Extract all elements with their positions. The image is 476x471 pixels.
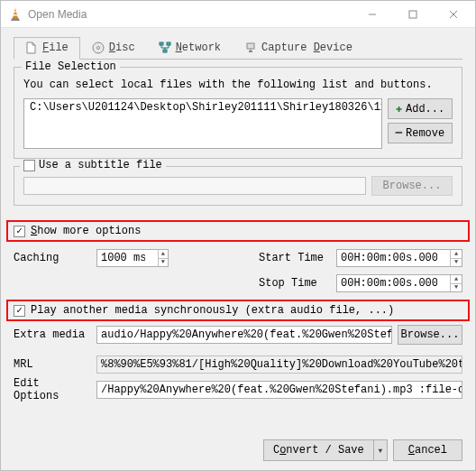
caching-label: Caching <box>14 252 91 264</box>
tab-file[interactable]: File <box>14 37 80 60</box>
tab-file-label: ile <box>49 42 69 54</box>
extra-media-input[interactable]: audio/Happy%20Anywhere%20(feat.%20Gwen%2… <box>96 326 392 344</box>
edit-options-label: Edit Options <box>14 377 91 402</box>
caching-input[interactable] <box>97 252 158 264</box>
svg-rect-13 <box>247 43 254 49</box>
file-list[interactable]: C:\Users\U201124\Desktop\Shirley201111\S… <box>23 98 382 149</box>
caching-up[interactable]: ▲ <box>159 250 169 258</box>
subtitle-checkbox[interactable] <box>23 160 35 171</box>
close-button[interactable] <box>433 2 473 27</box>
play-another-checkbox[interactable] <box>14 305 25 317</box>
mrl-label: MRL <box>14 358 91 371</box>
subtitle-group: Use a subtitle file Browse... <box>14 166 462 206</box>
add-button[interactable]: ✚ Add... <box>388 98 453 119</box>
plus-icon: ✚ <box>396 102 402 115</box>
svg-point-9 <box>96 47 99 50</box>
vlc-icon <box>8 7 23 22</box>
extra-media-browse-button[interactable]: Browse... <box>398 325 462 345</box>
remove-button-label: Remove <box>406 127 444 140</box>
start-time-label: Start Time <box>259 252 331 264</box>
file-selection-group: File Selection You can select local file… <box>14 67 462 159</box>
disc-icon <box>92 42 105 54</box>
svg-rect-14 <box>249 51 252 52</box>
show-more-options-row: Show more options <box>6 220 470 242</box>
mrl-input: %8%90%E5%93%81/[High%20Quality]%20Downlo… <box>96 356 462 374</box>
show-more-options-checkbox[interactable] <box>14 226 25 237</box>
caching-spin[interactable]: ▲▼ <box>96 249 169 267</box>
network-icon <box>159 42 171 54</box>
cancel-button[interactable]: Cancel <box>393 439 462 461</box>
stop-time-spin[interactable]: ▲▼ <box>336 274 462 292</box>
file-selection-hint: You can select local files with the foll… <box>23 78 453 91</box>
svg-rect-11 <box>167 42 170 45</box>
remove-button[interactable]: ━ Remove <box>388 123 453 143</box>
start-time-spin[interactable]: ▲▼ <box>336 249 462 267</box>
subtitle-browse-button: Browse... <box>371 176 453 196</box>
capture-icon <box>244 42 257 54</box>
svg-marker-0 <box>13 8 18 18</box>
tab-network-label: etwork <box>182 42 221 54</box>
stop-time-up[interactable]: ▲ <box>451 275 462 283</box>
play-another-row: Play another media synchronously (extra … <box>6 300 470 321</box>
show-more-options-label: how more options <box>37 225 141 237</box>
edit-options-input[interactable]: /Happy%20Anywhere%20(feat.%20Gwen%20Stef… <box>96 381 462 399</box>
stop-time-input[interactable] <box>337 277 450 290</box>
window-title: Open Media <box>28 8 352 21</box>
tab-disc-label: isc <box>115 42 135 54</box>
start-time-input[interactable] <box>337 252 450 264</box>
start-time-up[interactable]: ▲ <box>451 250 462 258</box>
stop-time-label: Stop Time <box>259 277 331 290</box>
tabs: File Disc Network Capture Device <box>14 37 462 60</box>
convert-save-dropdown[interactable]: ▼ <box>373 439 388 461</box>
minimize-button[interactable] <box>352 2 392 27</box>
file-selection-legend: File Selection <box>22 60 120 73</box>
tab-disc[interactable]: Disc <box>80 37 147 60</box>
extra-media-label: Extra media <box>14 328 91 341</box>
svg-rect-10 <box>160 42 163 45</box>
titlebar: Open Media <box>1 1 475 28</box>
svg-marker-3 <box>11 18 20 21</box>
add-button-label: Add... <box>406 103 444 115</box>
svg-rect-1 <box>14 11 18 12</box>
svg-rect-5 <box>409 11 416 18</box>
svg-rect-12 <box>163 50 167 52</box>
subtitle-checkbox-label: Use a subtitle file <box>39 159 162 171</box>
tab-capture[interactable]: Capture Device <box>233 37 364 60</box>
file-icon <box>25 42 38 54</box>
maximize-button[interactable] <box>392 2 433 27</box>
stop-time-down[interactable]: ▼ <box>451 283 462 292</box>
minus-icon: ━ <box>396 126 402 140</box>
caching-down[interactable]: ▼ <box>159 258 169 267</box>
start-time-down[interactable]: ▼ <box>451 258 462 267</box>
tab-capture-label: evice <box>320 42 352 54</box>
subtitle-path-input <box>23 177 366 195</box>
tab-network[interactable]: Network <box>147 37 233 60</box>
convert-save-button[interactable]: Convert / Save ▼ <box>263 439 388 461</box>
play-another-label: Play another media synchronously (extra … <box>31 304 394 317</box>
svg-rect-2 <box>13 14 18 15</box>
